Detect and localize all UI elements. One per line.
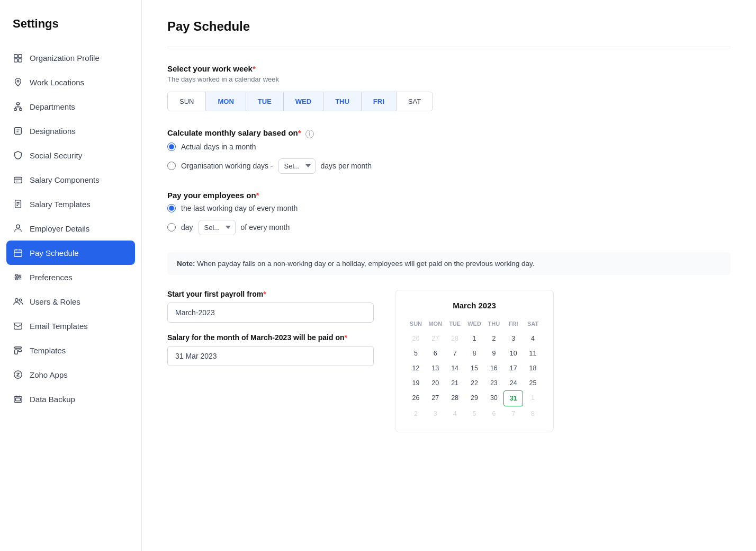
cal-day: 4 — [523, 331, 543, 346]
cal-day: 22 — [465, 376, 484, 390]
svg-point-30 — [16, 274, 18, 277]
cal-day: 28 — [445, 390, 465, 406]
specific-day-option[interactable]: day Sel... of every month — [167, 220, 731, 235]
cal-day: 3 — [426, 406, 445, 421]
salary-paid-select[interactable]: 31 Mar 2023 — [167, 346, 374, 366]
designations-icon — [13, 126, 23, 136]
cal-day: 1 — [523, 390, 543, 406]
sidebar-item-social-security[interactable]: Social Security — [0, 143, 141, 167]
last-working-day-option[interactable]: the last working day of every month — [167, 204, 731, 212]
location-icon — [13, 77, 23, 87]
svg-point-34 — [19, 299, 22, 301]
sidebar-label-departments: Departments — [30, 102, 75, 111]
security-icon — [13, 150, 23, 161]
sidebar-item-preferences[interactable]: Preferences — [0, 265, 141, 289]
svg-rect-41 — [16, 398, 21, 401]
svg-point-33 — [15, 299, 18, 301]
sidebar-item-employer-details[interactable]: Employer Details — [0, 216, 141, 241]
zoho-icon — [13, 369, 23, 380]
sidebar-item-salary-templates[interactable]: Salary Templates — [0, 192, 141, 216]
day-toggle-wed[interactable]: WED — [284, 92, 323, 111]
sidebar-item-users-roles[interactable]: Users & Roles — [0, 289, 141, 314]
last-working-day-label: the last working day of every month — [181, 204, 298, 212]
calendar-grid: SUNMONTUEWEDTHUFRISAT2627281234567891011… — [406, 318, 543, 421]
sidebar-item-data-backup[interactable]: Data Backup — [0, 387, 141, 411]
sidebar-item-work-locations[interactable]: Work Locations — [0, 70, 141, 94]
departments-icon — [13, 101, 23, 112]
employer-icon — [13, 223, 23, 234]
sidebar-label-preferences: Preferences — [30, 273, 73, 282]
main-content: Pay Schedule Select your work week* The … — [142, 0, 756, 551]
actual-days-radio[interactable] — [167, 143, 176, 151]
calendar-widget: March 2023 SUNMONTUEWEDTHUFRISAT26272812… — [395, 290, 554, 432]
sidebar-item-designations[interactable]: Designations — [0, 119, 141, 143]
org-working-days-select[interactable]: Sel... — [278, 158, 316, 174]
sidebar-label-email-templates: Email Templates — [30, 322, 88, 331]
actual-days-option[interactable]: Actual days in a month — [167, 143, 731, 151]
salary-paid-field: Salary for the month of March-2023 will … — [167, 333, 374, 366]
sidebar-item-salary-components[interactable]: Salary Components — [0, 167, 141, 192]
cal-day: 11 — [523, 346, 543, 361]
cal-day: 10 — [503, 346, 523, 361]
org-working-option[interactable]: Organisation working days - Sel... days … — [167, 158, 731, 174]
day-select[interactable]: Sel... — [199, 220, 236, 235]
day-toggle-sun[interactable]: SUN — [168, 92, 206, 111]
day-toggles: SUNMONTUEWEDTHUFRISAT — [167, 92, 433, 111]
day-toggle-tue[interactable]: TUE — [246, 92, 284, 111]
cal-day: 4 — [445, 406, 465, 421]
cal-day: 27 — [426, 390, 445, 406]
svg-rect-0 — [14, 55, 17, 58]
svg-rect-12 — [15, 128, 22, 135]
note-content: When payday falls on a non-working day o… — [197, 260, 534, 268]
cal-header-mon: MON — [426, 318, 445, 331]
actual-days-label: Actual days in a month — [181, 143, 256, 151]
specific-day-radio[interactable] — [167, 223, 176, 232]
salary-comp-icon — [13, 174, 23, 185]
cal-day: 15 — [465, 361, 484, 376]
cal-day: 18 — [523, 361, 543, 376]
cal-day: 5 — [465, 406, 484, 421]
sidebar-item-organization-profile[interactable]: Organization Profile — [0, 46, 141, 70]
cal-day: 8 — [523, 406, 543, 421]
monthly-salary-section: Calculate monthly salary based on* i Act… — [167, 128, 731, 174]
org-working-radio[interactable] — [167, 162, 176, 170]
salary-tmpl-icon — [13, 199, 23, 209]
first-payroll-select[interactable]: March-2023 — [167, 303, 374, 323]
sidebar-label-social-security: Social Security — [30, 151, 82, 160]
sidebar-item-pay-schedule[interactable]: Pay Schedule — [6, 241, 135, 265]
pay-icon — [13, 247, 23, 258]
cal-day: 6 — [426, 346, 445, 361]
cal-day: 29 — [465, 390, 484, 406]
day-toggle-thu[interactable]: THU — [323, 92, 362, 111]
svg-rect-38 — [19, 350, 21, 352]
sidebar-item-departments[interactable]: Departments — [0, 94, 141, 119]
svg-rect-3 — [19, 59, 22, 62]
page-title: Pay Schedule — [167, 19, 731, 47]
cal-day: 25 — [523, 376, 543, 390]
backup-icon — [13, 394, 23, 404]
cal-day: 24 — [503, 376, 523, 390]
cal-day: 16 — [484, 361, 503, 376]
cal-day: 2 — [484, 331, 503, 346]
note-label: Note: — [177, 260, 195, 268]
day-toggle-fri[interactable]: FRI — [362, 92, 397, 111]
day-toggle-sat[interactable]: SAT — [397, 92, 433, 111]
sidebar-label-salary-components: Salary Components — [30, 175, 100, 184]
sidebar-item-templates[interactable]: Templates — [0, 338, 141, 362]
sidebar-item-email-templates[interactable]: Email Templates — [0, 314, 141, 338]
org-icon — [13, 52, 23, 63]
last-working-day-radio[interactable] — [167, 204, 176, 212]
sidebar-label-pay-schedule: Pay Schedule — [30, 248, 79, 257]
cal-day: 19 — [406, 376, 426, 390]
sidebar-item-zoho-apps[interactable]: Zoho Apps — [0, 362, 141, 387]
cal-day: 7 — [445, 346, 465, 361]
cal-day: 2 — [406, 406, 426, 421]
cal-day: 5 — [406, 346, 426, 361]
first-payroll-field: Start your first payroll from* March-202… — [167, 290, 374, 323]
cal-day: 17 — [503, 361, 523, 376]
note-text: Note: When payday falls on a non-working… — [167, 252, 731, 275]
day-toggle-mon[interactable]: MON — [206, 92, 246, 111]
first-payroll-section: Start your first payroll from* March-202… — [167, 290, 731, 432]
sidebar-label-organization-profile: Organization Profile — [30, 54, 100, 63]
calendar-month-title: March 2023 — [406, 301, 543, 310]
